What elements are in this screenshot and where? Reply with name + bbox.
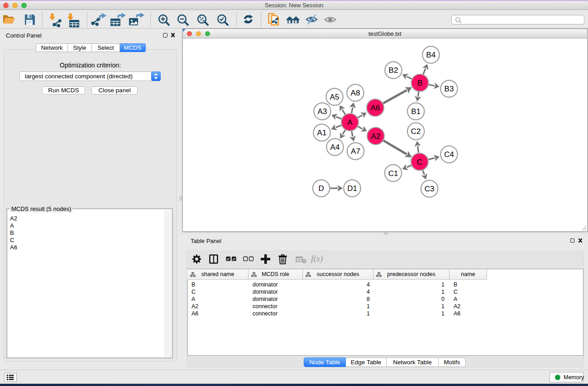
svg-text:C1: C1	[388, 169, 398, 178]
svg-text:D1: D1	[347, 184, 357, 193]
svg-text:A2: A2	[371, 132, 381, 141]
svg-text:C4: C4	[444, 150, 454, 159]
svg-text:C2: C2	[411, 127, 421, 136]
svg-text:D: D	[318, 184, 324, 193]
svg-text:B3: B3	[445, 85, 454, 93]
svg-text:A8: A8	[351, 89, 360, 97]
svg-text:A7: A7	[351, 147, 360, 156]
svg-text:C: C	[417, 158, 422, 167]
svg-text:A6: A6	[371, 104, 380, 112]
svg-text:B: B	[417, 79, 422, 87]
svg-text:A: A	[347, 118, 353, 127]
svg-text:B4: B4	[426, 51, 436, 59]
svg-text:C3: C3	[425, 185, 435, 193]
svg-text:A5: A5	[330, 93, 339, 101]
svg-text:A1: A1	[317, 129, 327, 137]
svg-text:A3: A3	[318, 107, 327, 116]
svg-text:B1: B1	[411, 107, 421, 116]
svg-text:B2: B2	[389, 66, 398, 75]
svg-text:A4: A4	[330, 143, 340, 152]
